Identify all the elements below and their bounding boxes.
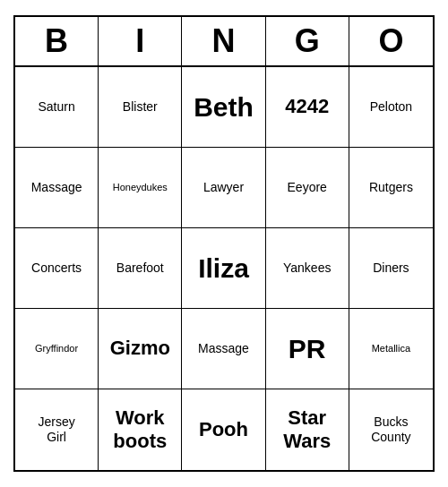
- cell-text: Massage: [31, 180, 82, 195]
- bingo-cell: Iliza: [182, 228, 265, 309]
- bingo-cell: Diners: [349, 228, 433, 309]
- cell-text: Jersey Girl: [38, 414, 74, 445]
- cell-text: Gryffindor: [35, 343, 78, 355]
- cell-text: Pooh: [199, 418, 248, 441]
- header-letter: N: [182, 17, 265, 65]
- header-letter: O: [349, 17, 433, 65]
- bingo-cell: PR: [266, 309, 349, 389]
- bingo-cell: Massage: [182, 309, 265, 389]
- bingo-cell: Bucks County: [349, 389, 433, 470]
- cell-text: Lawyer: [203, 180, 244, 195]
- cell-text: Blister: [123, 99, 158, 115]
- bingo-cell: Metallica: [349, 309, 433, 389]
- cell-text: PR: [289, 333, 326, 365]
- cell-text: Massage: [198, 341, 249, 356]
- bingo-cell: Jersey Girl: [15, 389, 99, 470]
- cell-text: Concerts: [31, 261, 82, 276]
- cell-text: Metallica: [372, 343, 410, 355]
- cell-text: Star Wars: [283, 406, 331, 454]
- cell-text: Peloton: [370, 99, 412, 115]
- bingo-cell: Concerts: [15, 228, 99, 309]
- cell-text: Honeydukes: [113, 182, 168, 193]
- cell-text: Rutgers: [369, 180, 413, 195]
- cell-text: Iliza: [198, 252, 249, 285]
- bingo-cell: Honeydukes: [99, 148, 182, 228]
- cell-text: Beth: [194, 91, 254, 124]
- bingo-cell: Rutgers: [349, 148, 433, 228]
- bingo-header: BINGO: [15, 17, 433, 67]
- header-letter: B: [15, 17, 99, 65]
- bingo-cell: Lawyer: [182, 148, 265, 228]
- bingo-cell: Saturn: [15, 67, 99, 148]
- bingo-cell: Beth: [182, 67, 265, 148]
- cell-text: Gizmo: [110, 337, 170, 360]
- header-letter: I: [99, 17, 182, 65]
- bingo-cell: Star Wars: [266, 389, 349, 470]
- bingo-cell: Massage: [15, 148, 99, 228]
- bingo-cell: Gryffindor: [15, 309, 99, 389]
- cell-text: Work boots: [113, 406, 167, 454]
- bingo-cell: Peloton: [349, 67, 433, 148]
- bingo-cell: 4242: [266, 67, 349, 148]
- bingo-cell: Work boots: [99, 389, 182, 470]
- bingo-cell: Gizmo: [99, 309, 182, 389]
- cell-text: Diners: [373, 261, 409, 276]
- cell-text: Yankees: [283, 261, 331, 276]
- cell-text: 4242: [285, 95, 329, 118]
- cell-text: Barefoot: [116, 261, 164, 276]
- bingo-cell: Eeyore: [266, 148, 349, 228]
- cell-text: Bucks County: [371, 414, 410, 445]
- bingo-grid: SaturnBlisterBeth4242PelotonMassageHoney…: [15, 67, 433, 470]
- bingo-cell: Yankees: [266, 228, 349, 309]
- bingo-cell: Blister: [99, 67, 182, 148]
- bingo-cell: Pooh: [182, 389, 265, 470]
- cell-text: Eeyore: [288, 180, 327, 195]
- header-letter: G: [266, 17, 349, 65]
- bingo-card: BINGO SaturnBlisterBeth4242PelotonMassag…: [13, 15, 435, 472]
- cell-text: Saturn: [38, 99, 74, 115]
- bingo-cell: Barefoot: [99, 228, 182, 309]
